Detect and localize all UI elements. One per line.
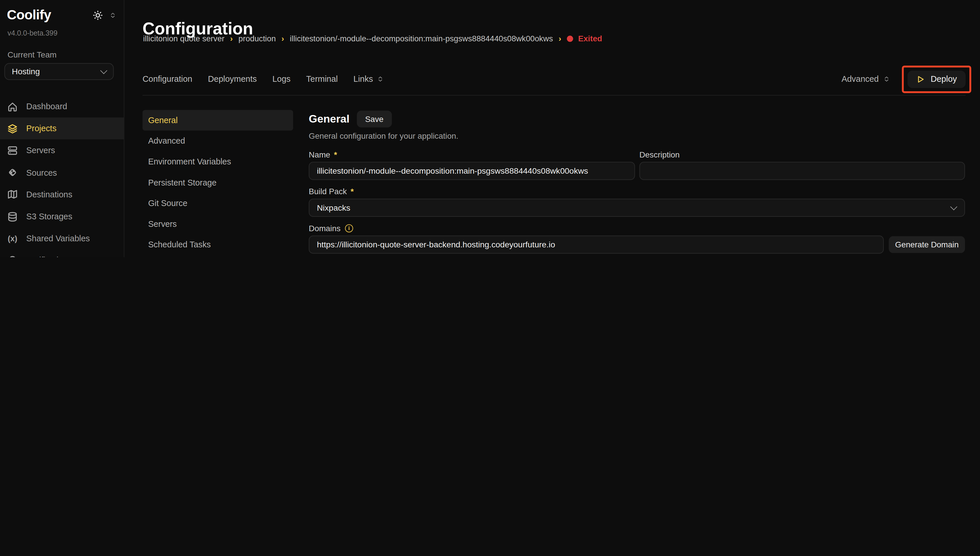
chevron-right-icon: [281, 34, 284, 43]
build-pack-select[interactable]: Nixpacks: [309, 199, 965, 217]
tab-links[interactable]: Links: [354, 74, 383, 84]
theme-dropdown-chevrons-icon[interactable]: [109, 11, 116, 19]
sidebar-item-servers[interactable]: Servers: [0, 140, 124, 162]
team-select[interactable]: Hosting: [4, 63, 113, 80]
chevron-down-icon: [950, 203, 957, 210]
theme-toggle-sun-icon[interactable]: [92, 10, 103, 21]
sidebar-item-s3-storages[interactable]: S3 Storages: [0, 205, 124, 228]
section-heading-general: General: [309, 112, 349, 125]
domains-input[interactable]: [309, 236, 884, 254]
subnav-item-general[interactable]: General: [142, 110, 293, 131]
tab-logs[interactable]: Logs: [272, 74, 291, 84]
required-asterisk: [350, 187, 354, 196]
chevron-down-icon: [100, 67, 107, 74]
layers-icon: [7, 123, 18, 134]
subnav-item-webhooks[interactable]: Webhooks: [142, 255, 293, 257]
name-label: Name: [309, 150, 337, 159]
breadcrumb-application[interactable]: illicitestonion/-module--decomposition:m…: [289, 34, 553, 43]
tab-deployments[interactable]: Deployments: [208, 74, 257, 84]
domains-label: Domains: [309, 224, 353, 233]
chevron-right-icon: [558, 34, 561, 43]
play-icon: [916, 74, 925, 83]
git-source-icon: [7, 167, 18, 178]
app-version: v4.0.0-beta.399: [8, 29, 58, 37]
status-badge: Exited: [567, 34, 602, 43]
sidebar-nav: Dashboard Projects Servers Sources Desti…: [0, 95, 124, 257]
variables-icon: (x): [7, 234, 18, 243]
general-config-form: General Save General configuration for y…: [309, 106, 965, 257]
team-select-value: Hosting: [12, 67, 40, 76]
sidebar: Coolify v4.0.0-beta.399 Current Team Hos…: [0, 0, 124, 257]
subnav-item-persistent-storage[interactable]: Persistent Storage: [142, 172, 293, 193]
chevron-right-icon: [230, 34, 233, 43]
save-button[interactable]: Save: [357, 111, 392, 128]
status-text: Exited: [578, 34, 602, 43]
subnav-item-git-source[interactable]: Git Source: [142, 193, 293, 214]
sidebar-item-projects[interactable]: Projects: [0, 118, 124, 140]
subnav-item-environment-variables[interactable]: Environment Variables: [142, 152, 293, 172]
build-pack-label: Build Pack: [309, 187, 354, 196]
map-icon: [7, 189, 18, 200]
tab-bar: Configuration Deployments Logs Terminal …: [142, 65, 971, 93]
deploy-button[interactable]: Deploy: [907, 70, 965, 88]
server-icon: [7, 145, 18, 156]
sidebar-item-destinations[interactable]: Destinations: [0, 184, 124, 205]
description-label: Description: [639, 150, 680, 159]
breadcrumb-project[interactable]: illicitonion quote server: [143, 34, 224, 43]
subnav-item-servers[interactable]: Servers: [142, 213, 293, 234]
sidebar-item-shared-variables[interactable]: (x) Shared Variables: [0, 228, 124, 249]
config-subnav: General Advanced Environment Variables P…: [142, 110, 293, 257]
sidebar-item-notifications[interactable]: Notifications: [0, 249, 124, 257]
breadcrumb-environment[interactable]: production: [238, 34, 276, 43]
deploy-annotation-box: Deploy: [902, 65, 971, 93]
required-asterisk: [333, 150, 337, 159]
info-icon: [345, 224, 353, 232]
tab-configuration[interactable]: Configuration: [142, 74, 192, 84]
advanced-dropdown[interactable]: Advanced: [841, 74, 890, 84]
generate-domain-button[interactable]: Generate Domain: [889, 236, 965, 253]
description-input[interactable]: [639, 162, 965, 180]
status-dot-icon: [567, 35, 573, 42]
tab-divider: [142, 95, 965, 95]
app-logo[interactable]: Coolify: [7, 8, 51, 23]
database-icon: [7, 211, 18, 222]
home-icon: [7, 101, 18, 112]
subnav-item-advanced[interactable]: Advanced: [142, 131, 293, 152]
breadcrumb: illicitonion quote server production ill…: [143, 34, 602, 43]
subnav-item-scheduled-tasks[interactable]: Scheduled Tasks: [142, 234, 293, 255]
chevrons-up-down-icon: [377, 75, 383, 83]
sidebar-item-sources[interactable]: Sources: [0, 162, 124, 184]
chevrons-up-down-icon: [883, 75, 890, 83]
sidebar-item-dashboard[interactable]: Dashboard: [0, 95, 124, 118]
section-subtitle: General configuration for your applicati…: [309, 131, 458, 141]
coolify-app: Coolify v4.0.0-beta.399 Current Team Hos…: [0, 0, 980, 257]
tab-terminal[interactable]: Terminal: [306, 74, 338, 84]
bell-icon: [7, 255, 18, 257]
name-input[interactable]: [309, 162, 635, 180]
current-team-label: Current Team: [8, 50, 57, 59]
